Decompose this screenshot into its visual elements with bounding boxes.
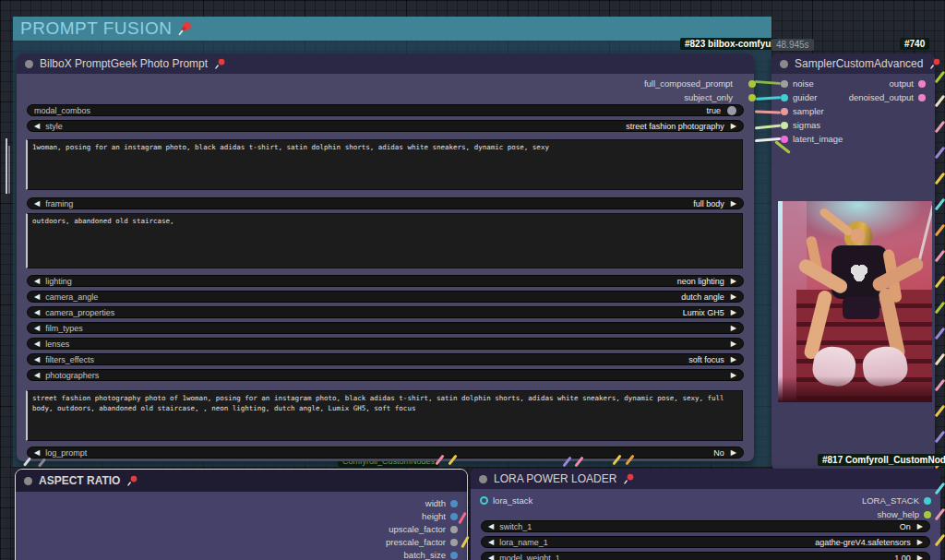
composed-prompt-textarea[interactable]: street fashion photography photo of 1wom… [26,390,743,441]
combo-value: 1.00 [894,554,911,560]
prev-arrow-icon[interactable]: ◀ [34,293,40,301]
prev-arrow-icon[interactable]: ◀ [34,340,40,348]
output-slot-full-composed-prompt[interactable]: full_composed_prompt [644,77,745,89]
slot-dot-icon [781,80,788,88]
combo-lenses[interactable]: ◀lenses ▶ [27,338,744,350]
combo-label: photographers [45,371,99,380]
output-slot-subject-only[interactable]: subject_only [684,91,745,103]
sampler-title-bar[interactable]: SamplerCustomAdvanced [772,54,935,74]
next-arrow-icon[interactable]: ▶ [731,123,736,130]
combo-label: lora_name_1 [499,538,548,547]
slot-dot-icon [918,80,926,88]
toggle-modal-combos[interactable]: modal_combos true [27,104,744,116]
collapse-dot-icon[interactable] [780,60,788,68]
input-slot-sampler[interactable]: sampler [781,105,824,117]
slot-label: sigmas [793,120,820,130]
wire-fragment [935,173,945,185]
node-bilbox-promptgeek[interactable]: BilboX PromptGeek Photo Prompt full_comp… [17,54,754,461]
combo-lighting[interactable]: ◀lighting neon lighting▶ [27,275,744,287]
subject-textarea[interactable]: 1woman, posing for an instagram photo, b… [26,139,743,190]
next-arrow-icon[interactable]: ▶ [731,200,736,208]
preview-art [778,376,932,402]
prev-arrow-icon[interactable]: ◀ [488,554,494,560]
input-slot-noise[interactable]: noise [781,77,814,89]
next-arrow-icon[interactable]: ▶ [731,325,736,332]
combo-framing[interactable]: ◀framing full body▶ [27,197,744,209]
combo-camera-angle[interactable]: ◀camera_angle dutch angle▶ [27,291,744,303]
combo-log-prompt[interactable]: ◀log_prompt No▶ [27,447,744,459]
lora-title-bar[interactable]: LORA POWER LOADER [471,469,940,489]
combo-style[interactable]: ◀style street fashion photography▶ [27,120,744,132]
output-slot-batch-size[interactable]: batch_size [404,549,458,560]
input-slot-guider[interactable]: guider [781,91,817,103]
next-arrow-icon[interactable]: ▶ [731,278,736,285]
output-slot-denoised-output[interactable]: denoised_output [849,91,926,103]
slot-dot-icon [924,497,931,505]
next-arrow-icon[interactable]: ▶ [731,293,736,301]
slot-label: guider [793,92,817,102]
slot-dot-icon [450,539,458,546]
combo-value: full body [693,199,724,209]
output-slot-upscale-factor[interactable]: upscale_factor [389,523,458,535]
slider-model-weight-1[interactable]: ◀model_weight_1 1.00▶ [481,552,930,560]
toggle-value: true [706,106,721,115]
prev-arrow-icon[interactable]: ◀ [34,278,40,285]
wire-fragment [6,138,7,194]
node-sampler-custom-advanced[interactable]: SamplerCustomAdvanced noise guider sampl… [772,54,935,471]
output-slot-width[interactable]: width [425,497,458,509]
combo-value: agathe-greV4.safetensors [815,538,911,547]
next-arrow-icon[interactable]: ▶ [917,554,923,560]
slot-label: prescale_factor [386,537,446,547]
collapse-dot-icon[interactable] [24,477,32,485]
next-arrow-icon[interactable]: ▶ [731,340,736,348]
combo-film-types[interactable]: ◀film_types ▶ [27,322,744,334]
node-graph-canvas[interactable]: PROMPT FUSION Comfyroll_CustomNodes Bilb… [0,0,945,560]
combo-filters-effects[interactable]: ◀filters_effects soft focus▶ [27,353,744,365]
output-slot-output[interactable]: output [890,77,926,89]
combo-photographers[interactable]: ◀photographers ▶ [27,369,744,381]
prev-arrow-icon[interactable]: ◀ [34,449,40,457]
prev-arrow-icon[interactable]: ◀ [34,372,40,379]
next-arrow-icon[interactable]: ▶ [731,449,736,457]
node-lora-power-loader[interactable]: LORA POWER LOADER lora_stack LORA_STACK … [471,469,940,560]
prev-arrow-icon[interactable]: ◀ [34,325,40,332]
wire-fragment [935,95,945,108]
prev-arrow-icon[interactable]: ◀ [34,200,40,208]
node-aspect-ratio[interactable]: ASPECT RATIO width height upscale_factor… [15,469,468,560]
toggle-knob[interactable] [727,106,736,115]
group-prompt-fusion-header[interactable]: PROMPT FUSION [13,17,772,41]
collapse-dot-icon[interactable] [479,475,487,483]
next-arrow-icon[interactable]: ▶ [731,309,736,316]
slot-label: subject_only [684,92,733,102]
pin-icon [126,475,138,487]
prev-arrow-icon[interactable]: ◀ [488,539,494,546]
collapse-dot-icon[interactable] [25,60,33,68]
preview-image [778,201,932,402]
prev-arrow-icon[interactable]: ◀ [488,523,494,530]
bilbox-title-bar[interactable]: BilboX PromptGeek Photo Prompt [17,54,754,74]
input-slot-latent-image[interactable]: latent_image [781,133,843,145]
prev-arrow-icon[interactable]: ◀ [34,309,40,316]
combo-lora-name-1[interactable]: ◀lora_name_1 agathe-greV4.safetensors▶ [481,536,930,548]
next-arrow-icon[interactable]: ▶ [917,523,923,530]
next-arrow-icon[interactable]: ▶ [917,539,923,546]
combo-label: switch_1 [499,522,532,531]
bilbox-node-badge: #823 bilbox-comfyui [680,38,778,50]
output-slot-prescale-factor[interactable]: prescale_factor [386,536,458,548]
wire-fragment [935,328,945,340]
input-slot-sigmas[interactable]: sigmas [781,119,820,131]
output-slot-show-help[interactable]: show_help [878,508,931,520]
next-arrow-icon[interactable]: ▶ [731,356,736,363]
sampler-title: SamplerCustomAdvanced [795,57,923,70]
environment-textarea[interactable]: outdoors, abandoned old staircase, [26,213,743,268]
output-slot-height[interactable]: height [422,510,458,522]
next-arrow-icon[interactable]: ▶ [731,372,736,379]
prev-arrow-icon[interactable]: ◀ [34,123,40,130]
pin-icon [214,58,226,70]
combo-switch-1[interactable]: ◀switch_1 On▶ [481,520,930,532]
prev-arrow-icon[interactable]: ◀ [34,356,40,363]
output-slot-lora-stack[interactable]: LORA_STACK [862,494,931,506]
combo-camera-properties[interactable]: ◀camera_properties Lumix GH5▶ [27,306,744,318]
aspect-title-bar[interactable]: ASPECT RATIO [16,470,467,492]
input-slot-lora-stack[interactable]: lora_stack [480,494,532,506]
